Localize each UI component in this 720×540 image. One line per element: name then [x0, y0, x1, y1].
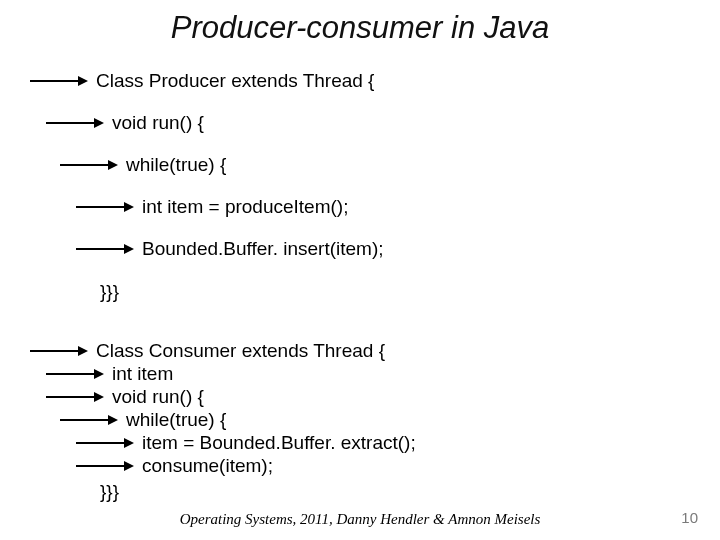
footer-text: Operating Systems, 2011, Danny Hendler &…: [0, 511, 720, 528]
code-text: item = Bounded.Buffer. extract();: [142, 432, 416, 454]
code-line: void run() {: [46, 112, 204, 134]
code-line: consume(item);: [76, 455, 273, 477]
code-line: Class Consumer extends Thread {: [30, 340, 385, 362]
code-line: int item = produceItem();: [76, 196, 348, 218]
arrow-icon: [60, 415, 118, 425]
code-text: Class Producer extends Thread {: [96, 70, 374, 92]
code-line: while(true) {: [60, 409, 226, 431]
code-text: consume(item);: [142, 455, 273, 477]
code-text: Class Consumer extends Thread {: [96, 340, 385, 362]
arrow-icon: [76, 461, 134, 471]
code-text: int item: [112, 363, 173, 385]
arrow-icon: [30, 346, 88, 356]
code-text: void run() {: [112, 112, 204, 134]
page-number: 10: [681, 509, 698, 526]
code-line: Bounded.Buffer. insert(item);: [76, 238, 384, 260]
code-line: while(true) {: [60, 154, 226, 176]
code-text: void run() {: [112, 386, 204, 408]
code-text: while(true) {: [126, 409, 226, 431]
arrow-icon: [30, 76, 88, 86]
arrow-icon: [46, 118, 104, 128]
code-closing: }}}: [100, 281, 119, 303]
code-text: Bounded.Buffer. insert(item);: [142, 238, 384, 260]
code-text: int item = produceItem();: [142, 196, 348, 218]
slide-title: Producer-consumer in Java: [0, 10, 720, 46]
arrow-icon: [60, 160, 118, 170]
code-closing: }}}: [100, 481, 119, 503]
code-text: while(true) {: [126, 154, 226, 176]
arrow-icon: [76, 202, 134, 212]
code-line: item = Bounded.Buffer. extract();: [76, 432, 416, 454]
code-line: int item: [46, 363, 173, 385]
arrow-icon: [76, 244, 134, 254]
code-line: void run() {: [46, 386, 204, 408]
code-line: Class Producer extends Thread {: [30, 70, 374, 92]
arrow-icon: [76, 438, 134, 448]
arrow-icon: [46, 392, 104, 402]
arrow-icon: [46, 369, 104, 379]
